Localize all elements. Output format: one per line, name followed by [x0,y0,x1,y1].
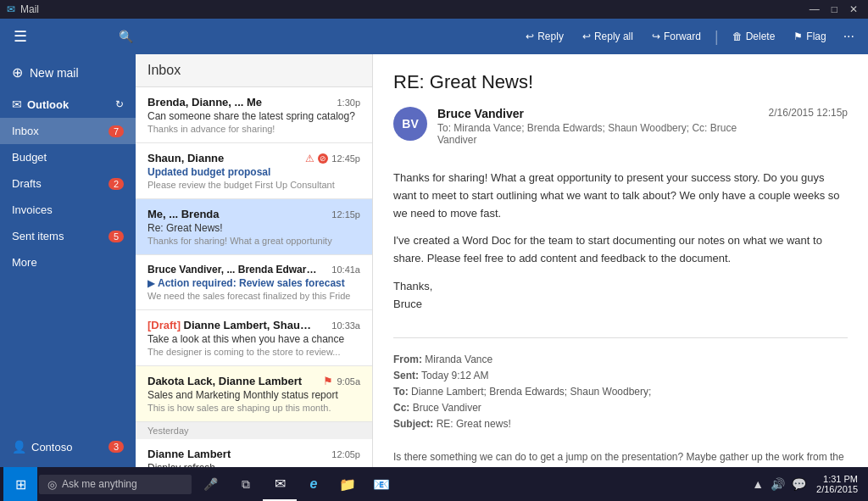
reply-all-icon: ↩ [582,31,591,42]
close-button[interactable]: ✕ [846,3,861,15]
email-body-para-2: I've created a Word Doc for the team to … [393,232,848,268]
email-preview: This is how sales are shaping up this mo… [147,403,360,413]
email-list-header: Inbox [136,54,372,87]
outlook-icon: ✉ [12,97,22,111]
email-subject: Take a look at this when you have a chan… [147,333,360,345]
email-sender: Dakota Lack, Dianne Lambert [147,375,302,387]
sent-badge: 5 [108,231,124,242]
start-button[interactable]: ⊞ [3,467,37,501]
taskbar-search[interactable]: ◎ Ask me anything [39,475,192,494]
taskbar-system-icons: ▲ 🔊 💬 [745,477,813,491]
email-subject: Updated budget proposal [147,166,360,178]
new-mail-button[interactable]: ⊕ New mail [0,54,136,91]
sender-avatar: BV [393,107,427,141]
plus-circle-icon: ⊕ [12,64,23,81]
email-item-selected[interactable]: Me, ... Brenda 12:15p Re: Great News! Th… [136,199,372,255]
taskbar-outlook-app[interactable]: 📧 [364,467,398,501]
more-actions-button[interactable]: ··· [837,25,861,48]
email-item-flagged[interactable]: Dakota Lack, Dianne Lambert ⚑ 9:05a Sale… [136,366,372,422]
reply-icon: ↩ [526,31,534,42]
notifications-icon[interactable]: 💬 [792,477,806,491]
email-sender: Brenda, Dianne, ... Me [147,96,262,109]
minimize-button[interactable]: — [806,3,823,15]
taskbar-date-display: 2/16/2015 [816,484,858,494]
email-detail-to: To: Miranda Vance; Brenda Edwards; Shaun… [437,122,759,146]
email-detail-sender-name: Bruce Vandiver [437,107,759,120]
maximize-button[interactable]: □ [828,3,841,15]
email-detail: RE: Great News! BV Bruce Vandiver To: Mi… [373,54,868,467]
sidebar-bottom: 👤 Contoso 3 [0,426,136,467]
email-subject: ▶Action required: Review sales forecast [147,277,360,289]
taskbar-edge-app[interactable]: e [297,467,331,501]
sidebar-item-drafts[interactable]: Drafts 2 [0,170,136,197]
system-tray-arrow[interactable]: ▲ [752,477,764,491]
email-quoted-1: From: Miranda Vance Sent: Today 9:12 AM … [393,352,848,467]
taskbar-explorer-app[interactable]: 📁 [331,467,364,501]
email-time: 9:05a [337,376,360,387]
email-item[interactable]: [Draft] Dianne Lambert, Shaun Wo 10:33a … [136,310,372,366]
forward-icon: ↪ [652,31,660,42]
email-detail-info: Bruce Vandiver To: Miranda Vance; Brenda… [437,107,759,146]
flag-icon: ⚑ [793,31,803,42]
email-body: Thanks for sharing! What a great opportu… [393,170,848,324]
search-placeholder: Ask me anything [62,478,137,490]
expand-icon[interactable]: ▶ [147,278,154,288]
email-detail-subject: RE: Great News! [393,71,848,93]
sidebar-item-more[interactable]: More [0,249,136,276]
sidebar-item-sent[interactable]: Sent items 5 [0,223,136,249]
sidebar-account-contoso[interactable]: 👤 Contoso 3 [0,433,136,460]
email-sender: Bruce Vandiver, ... Brenda Edwards [147,264,317,276]
email-item[interactable]: Brenda, Dianne, ... Me 1:30p Can someone… [136,87,372,143]
title-bar: ✉ Mail — □ ✕ [0,0,868,19]
email-item[interactable]: Shaun, Dianne ⚠ ⊘ 12:45p Updated budget … [136,143,372,199]
mic-icon: 🎤 [203,477,218,491]
invoices-label: Invoices [12,203,53,216]
sidebar-item-inbox[interactable]: Inbox 7 [0,118,136,144]
flag-button[interactable]: ⚑ Flag [785,26,834,47]
blocked-icon: ⊘ [318,153,328,164]
email-item[interactable]: Dianne Lambert 12:05p Display refresh Hi… [136,439,372,467]
toolbar: ☰ 🔍 ↩ Reply ↩ Reply all ↪ Forward | 🗑 De… [0,19,868,54]
email-sender: Me, ... Brenda [147,208,220,220]
search-area[interactable]: 🔍 [41,30,210,43]
taskbar-right: ▲ 🔊 💬 1:31 PM 2/16/2015 [745,474,865,494]
email-preview: We need the sales forecast finalized by … [147,291,360,301]
refresh-icon[interactable]: ↻ [115,98,124,110]
taskbar-apps: ⧉ ✉ e 📁 📧 [229,467,398,501]
windows-icon: ⊞ [15,476,26,493]
taskbar-clock[interactable]: 1:31 PM 2/16/2015 [816,474,858,494]
email-subject: Can someone share the latest spring cata… [147,110,360,122]
toolbar-separator: | [715,28,719,46]
mail-app-icon: ✉ [275,476,286,492]
taskbar-mail-app[interactable]: ✉ [263,467,297,501]
reply-button[interactable]: ↩ Reply [517,26,572,47]
main-layout: ⊕ New mail ✉ Outlook ↻ Inbox 7 Budget Dr… [0,54,868,467]
inbox-badge: 7 [108,125,124,137]
taskbar-task-view[interactable]: ⧉ [229,467,263,501]
sidebar-account[interactable]: ✉ Outlook ↻ [0,91,136,118]
sidebar-item-invoices[interactable]: Invoices [0,197,136,223]
email-time: 12:15p [331,209,360,220]
reply-all-button[interactable]: ↩ Reply all [574,26,642,47]
email-time: 12:05p [331,449,360,459]
taskbar-time-display: 1:31 PM [816,474,858,484]
email-preview: The designer is coming to the store to r… [147,347,360,357]
sidebar-item-budget[interactable]: Budget [0,144,136,170]
email-detail-date: 2/16/2015 12:15p [769,107,848,119]
taskbar-mic-button[interactable]: 🎤 [193,467,227,501]
inbox-label: Inbox [12,125,39,137]
warning-icon: ⚠ [305,153,314,164]
app-title: Mail [20,3,39,15]
contoso-badge: 3 [108,441,124,453]
hamburger-button[interactable]: ☰ [7,24,34,49]
forward-button[interactable]: ↪ Forward [643,26,709,47]
sent-label: Sent items [12,230,64,242]
email-item[interactable]: Bruce Vandiver, ... Brenda Edwards 10:41… [136,255,372,310]
delete-button[interactable]: 🗑 Delete [724,26,784,47]
person-icon: 👤 [12,440,26,454]
email-sender: Dianne Lambert [147,448,231,460]
email-preview: Please review the budget First Up Consul… [147,180,360,190]
speaker-icon[interactable]: 🔊 [771,477,785,491]
cortana-icon: ◎ [47,478,57,491]
email-time: 12:45p [331,153,360,164]
